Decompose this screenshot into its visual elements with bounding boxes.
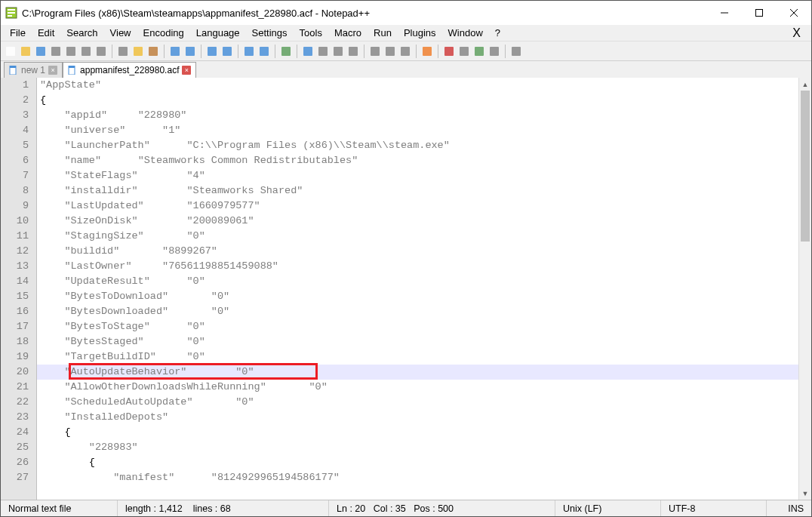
toolbar	[1, 42, 811, 61]
toolbar-func-list-icon[interactable]	[383, 45, 397, 58]
svg-rect-41	[69, 66, 75, 68]
toolbar-cut-icon[interactable]	[116, 45, 130, 58]
vertical-scrollbar[interactable]: ▲ ▼	[798, 78, 811, 500]
tab-appmanifest[interactable]: appmanifest_228980.acf ×	[63, 62, 196, 78]
toolbar-find-icon[interactable]	[205, 45, 219, 58]
menu-macro[interactable]: Macro	[328, 26, 368, 40]
code-line[interactable]: "LastUpdated" "1660979577"	[37, 198, 798, 214]
toolbar-doc-map-icon[interactable]	[368, 45, 382, 58]
tab-close-icon[interactable]: ×	[48, 66, 57, 75]
close-button[interactable]	[777, 2, 811, 24]
toolbar-toggle-icon[interactable]	[509, 45, 523, 58]
toolbar-save-all-icon[interactable]	[49, 45, 63, 58]
toolbar-save-icon[interactable]	[34, 45, 48, 58]
code-line[interactable]: "UpdateResult" "0"	[37, 274, 798, 289]
menu-search[interactable]: Search	[60, 26, 103, 40]
menu-help[interactable]: ?	[489, 26, 506, 40]
svg-rect-11	[51, 47, 60, 56]
menu-tools[interactable]: Tools	[294, 26, 328, 40]
toolbar-close-icon[interactable]	[64, 45, 78, 58]
tab-new1[interactable]: new 1 ×	[4, 62, 63, 78]
menu-plugins[interactable]: Plugins	[398, 26, 442, 40]
svg-rect-30	[386, 47, 395, 56]
code-line[interactable]: "AppState"	[37, 78, 798, 93]
toolbar-stop-icon[interactable]	[457, 45, 471, 58]
code-line[interactable]: "AutoUpdateBehavior" "0"	[37, 365, 798, 380]
code-line[interactable]: {	[37, 93, 798, 108]
code-line[interactable]: "name" "Steamworks Common Redistributabl…	[37, 153, 798, 168]
toolbar-play-icon[interactable]	[472, 45, 486, 58]
code-line[interactable]: "BytesToDownload" "0"	[37, 289, 798, 304]
toolbar-rec-icon[interactable]	[442, 45, 456, 58]
code-line[interactable]: "LauncherPath" "C:\\Program Files (x86)\…	[37, 138, 798, 153]
toolbar-replace-icon[interactable]	[220, 45, 234, 58]
menu-edit[interactable]: Edit	[32, 26, 60, 40]
menu-language[interactable]: Language	[190, 26, 246, 40]
toolbar-undo-icon[interactable]	[168, 45, 182, 58]
tab-close-icon[interactable]: ×	[182, 66, 191, 75]
scroll-up-icon[interactable]: ▲	[799, 78, 811, 91]
code-line[interactable]: "BytesDownloaded" "0"	[37, 304, 798, 319]
scroll-down-icon[interactable]: ▼	[799, 487, 811, 500]
toolbar-folder-icon[interactable]	[398, 45, 412, 58]
svg-rect-32	[423, 47, 432, 56]
toolbar-new-icon[interactable]	[4, 45, 17, 58]
maximize-button[interactable]	[742, 2, 777, 24]
code-line[interactable]: {	[37, 455, 798, 470]
toolbar-zoom-in-icon[interactable]	[242, 45, 256, 58]
code-line[interactable]: "228983"	[37, 440, 798, 455]
code-line[interactable]: "StateFlags" "4"	[37, 168, 798, 183]
toolbar-wrap-icon[interactable]	[301, 45, 315, 58]
svg-rect-13	[82, 47, 91, 56]
menu-view[interactable]: View	[104, 26, 137, 40]
code-line[interactable]: "buildid" "8899267"	[37, 244, 798, 259]
code-line[interactable]: {	[37, 425, 798, 440]
code-line[interactable]: "TargetBuildID" "0"	[37, 349, 798, 365]
menu-close-document[interactable]: X	[785, 26, 808, 40]
svg-rect-14	[97, 47, 106, 56]
code-line[interactable]: "InstalledDepots"	[37, 410, 798, 425]
scroll-thumb[interactable]	[801, 91, 810, 242]
toolbar-all-chars-icon[interactable]	[316, 45, 330, 58]
svg-rect-20	[208, 47, 217, 56]
code-line[interactable]: "AllowOtherDownloadsWhileRunning" "0"	[37, 380, 798, 395]
code-line[interactable]: "SizeOnDisk" "200089061"	[37, 214, 798, 229]
toolbar-copy-icon[interactable]	[131, 45, 145, 58]
code-line[interactable]: "BytesStaged" "0"	[37, 334, 798, 349]
status-length-lines: length : 1,412 lines : 68	[118, 500, 329, 516]
menu-run[interactable]: Run	[368, 26, 398, 40]
statusbar: Normal text file length : 1,412 lines : …	[1, 500, 811, 516]
menu-settings[interactable]: Settings	[246, 26, 294, 40]
toolbar-fold-icon[interactable]	[346, 45, 360, 58]
toolbar-monitor-icon[interactable]	[420, 45, 434, 58]
svg-rect-18	[171, 47, 180, 56]
toolbar-close-all-icon[interactable]	[79, 45, 93, 58]
toolbar-redo-icon[interactable]	[183, 45, 197, 58]
minimize-button[interactable]	[707, 2, 742, 24]
tabbar: new 1 × appmanifest_228980.acf ×	[1, 61, 811, 78]
code-line[interactable]: "appid" "228980"	[37, 108, 798, 123]
svg-rect-2	[8, 12, 15, 14]
toolbar-zoom-out-icon[interactable]	[257, 45, 271, 58]
code-line[interactable]: "manifest" "8124929965194586177"	[37, 470, 798, 485]
code-line[interactable]: "BytesToStage" "0"	[37, 319, 798, 334]
toolbar-indent-icon[interactable]	[331, 45, 345, 58]
toolbar-sync-icon[interactable]	[279, 45, 293, 58]
toolbar-open-icon[interactable]	[19, 45, 32, 58]
code-editor[interactable]: "AppState"{ "appid" "228980" "universe" …	[37, 78, 798, 500]
svg-rect-1	[8, 9, 15, 11]
code-line[interactable]: "installdir" "Steamworks Shared"	[37, 183, 798, 198]
toolbar-paste-icon[interactable]	[146, 45, 160, 58]
code-line[interactable]: "ScheduledAutoUpdate" "0"	[37, 395, 798, 410]
menu-window[interactable]: Window	[442, 26, 489, 40]
code-line[interactable]: "universe" "1"	[37, 123, 798, 138]
svg-rect-34	[460, 47, 469, 56]
toolbar-print-icon[interactable]	[94, 45, 108, 58]
menu-file[interactable]: File	[4, 26, 32, 40]
svg-rect-24	[281, 47, 291, 56]
menu-encoding[interactable]: Encoding	[137, 26, 190, 40]
svg-rect-12	[66, 47, 75, 56]
code-line[interactable]: "LastOwner" "76561198851459088"	[37, 259, 798, 274]
code-line[interactable]: "StagingSize" "0"	[37, 229, 798, 244]
toolbar-play-all-icon[interactable]	[488, 45, 501, 58]
